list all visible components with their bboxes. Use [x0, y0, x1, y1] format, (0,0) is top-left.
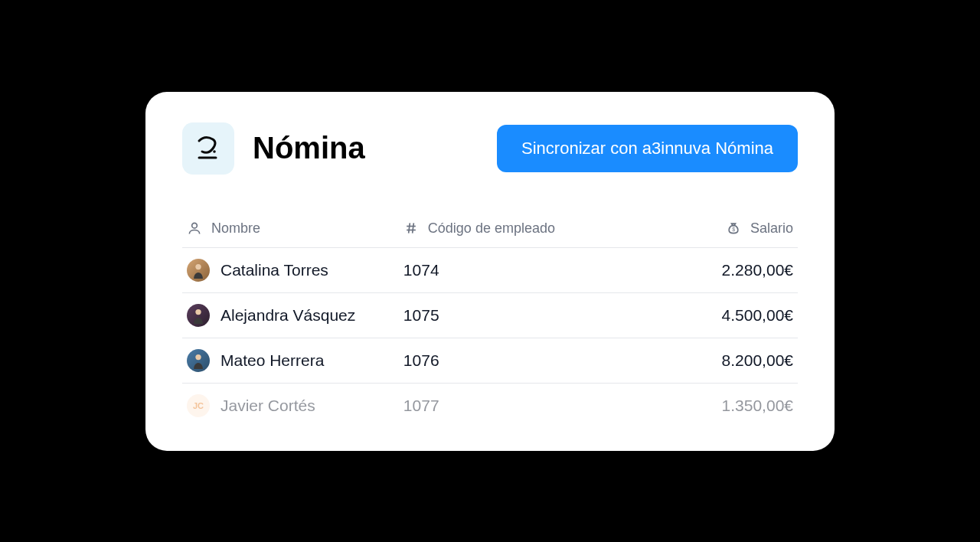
column-header-name[interactable]: Nombre: [187, 220, 403, 237]
employee-name: Mateo Herrera: [220, 351, 324, 370]
cell-name: Mateo Herrera: [187, 349, 403, 372]
column-label: Código de empleado: [428, 220, 555, 237]
cell-code: 1074: [403, 261, 620, 279]
svg-line-5: [409, 223, 410, 233]
cell-salary: 8.200,00€: [620, 351, 793, 370]
cell-name: JCJavier Cortés: [187, 394, 403, 417]
card-header: Nómina Sincronizar con a3innuva Nómina: [182, 122, 798, 175]
column-header-code[interactable]: Código de empleado: [403, 220, 620, 237]
table-row[interactable]: Alejandra Vásquez10754.500,00€: [182, 293, 798, 338]
table-header: Nombre Código de empleado: [182, 211, 798, 248]
avatar: [187, 259, 210, 282]
payroll-card: Nómina Sincronizar con a3innuva Nómina N…: [145, 92, 835, 451]
column-label: Salario: [750, 220, 793, 237]
money-bag-icon: $: [726, 220, 741, 236]
person-icon: [187, 220, 202, 236]
cell-name: Catalina Torres: [187, 259, 403, 282]
cell-salary: 2.280,00€: [620, 261, 793, 279]
svg-point-2: [192, 223, 198, 228]
table-row[interactable]: Catalina Torres10742.280,00€: [182, 248, 798, 293]
employee-name: Alejandra Vásquez: [220, 306, 355, 325]
cell-code: 1077: [403, 397, 620, 415]
table-row[interactable]: JCJavier Cortés10771.350,00€: [182, 384, 798, 428]
hash-icon: [403, 220, 419, 236]
svg-point-9: [195, 309, 201, 314]
employee-name: Javier Cortés: [220, 397, 315, 415]
table-row[interactable]: Mateo Herrera10768.200,00€: [182, 338, 798, 384]
avatar: JC: [187, 394, 210, 417]
app-logo-icon: [182, 122, 234, 175]
page-title: Nómina: [253, 131, 365, 165]
svg-point-10: [195, 354, 201, 359]
cell-name: Alejandra Vásquez: [187, 304, 403, 327]
cell-code: 1075: [403, 306, 620, 325]
avatar: [187, 349, 210, 372]
employee-table: Nombre Código de empleado: [182, 211, 798, 428]
column-header-salary[interactable]: $ Salario: [620, 220, 793, 237]
sync-button[interactable]: Sincronizar con a3innuva Nómina: [497, 125, 798, 172]
column-label: Nombre: [211, 220, 260, 237]
svg-point-0: [213, 150, 216, 153]
cell-salary: 1.350,00€: [620, 397, 793, 415]
avatar: [187, 304, 210, 327]
svg-point-8: [195, 263, 201, 269]
employee-name: Catalina Torres: [220, 261, 328, 279]
cell-code: 1076: [403, 351, 620, 370]
cell-salary: 4.500,00€: [620, 306, 793, 325]
svg-line-6: [413, 223, 414, 233]
svg-text:$: $: [732, 227, 735, 232]
